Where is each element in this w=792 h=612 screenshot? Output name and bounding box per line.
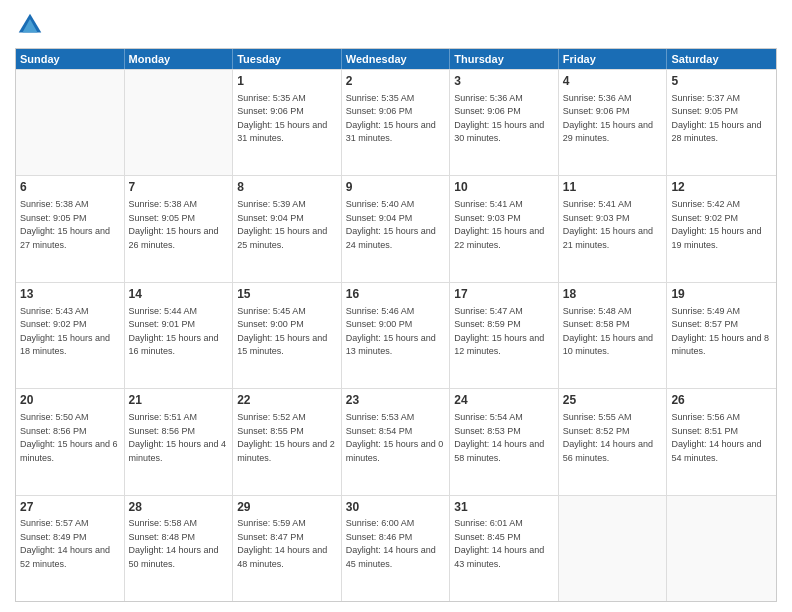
day-info: Sunrise: 5:41 AMSunset: 9:03 PMDaylight:… bbox=[454, 198, 554, 252]
day-info: Sunrise: 5:56 AMSunset: 8:51 PMDaylight:… bbox=[671, 411, 772, 465]
day-info: Sunrise: 5:35 AMSunset: 9:06 PMDaylight:… bbox=[346, 92, 446, 146]
day-number: 18 bbox=[563, 286, 663, 303]
cal-cell bbox=[16, 70, 125, 175]
cal-cell: 19Sunrise: 5:49 AMSunset: 8:57 PMDayligh… bbox=[667, 283, 776, 388]
calendar: SundayMondayTuesdayWednesdayThursdayFrid… bbox=[15, 48, 777, 602]
day-number: 16 bbox=[346, 286, 446, 303]
cal-cell: 1Sunrise: 5:35 AMSunset: 9:06 PMDaylight… bbox=[233, 70, 342, 175]
day-number: 17 bbox=[454, 286, 554, 303]
week-row-2: 6Sunrise: 5:38 AMSunset: 9:05 PMDaylight… bbox=[16, 175, 776, 281]
day-info: Sunrise: 5:57 AMSunset: 8:49 PMDaylight:… bbox=[20, 517, 120, 571]
cal-cell: 27Sunrise: 5:57 AMSunset: 8:49 PMDayligh… bbox=[16, 496, 125, 601]
day-number: 28 bbox=[129, 499, 229, 516]
day-number: 2 bbox=[346, 73, 446, 90]
day-info: Sunrise: 5:38 AMSunset: 9:05 PMDaylight:… bbox=[20, 198, 120, 252]
cal-cell: 28Sunrise: 5:58 AMSunset: 8:48 PMDayligh… bbox=[125, 496, 234, 601]
day-number: 23 bbox=[346, 392, 446, 409]
page: SundayMondayTuesdayWednesdayThursdayFrid… bbox=[0, 0, 792, 612]
day-number: 21 bbox=[129, 392, 229, 409]
day-info: Sunrise: 5:35 AMSunset: 9:06 PMDaylight:… bbox=[237, 92, 337, 146]
cal-cell: 3Sunrise: 5:36 AMSunset: 9:06 PMDaylight… bbox=[450, 70, 559, 175]
cal-cell: 24Sunrise: 5:54 AMSunset: 8:53 PMDayligh… bbox=[450, 389, 559, 494]
day-number: 8 bbox=[237, 179, 337, 196]
day-number: 10 bbox=[454, 179, 554, 196]
day-info: Sunrise: 5:58 AMSunset: 8:48 PMDaylight:… bbox=[129, 517, 229, 571]
cal-cell: 29Sunrise: 5:59 AMSunset: 8:47 PMDayligh… bbox=[233, 496, 342, 601]
day-number: 25 bbox=[563, 392, 663, 409]
cal-cell: 11Sunrise: 5:41 AMSunset: 9:03 PMDayligh… bbox=[559, 176, 668, 281]
day-number: 5 bbox=[671, 73, 772, 90]
header-day-saturday: Saturday bbox=[667, 49, 776, 69]
day-info: Sunrise: 5:40 AMSunset: 9:04 PMDaylight:… bbox=[346, 198, 446, 252]
day-info: Sunrise: 6:00 AMSunset: 8:46 PMDaylight:… bbox=[346, 517, 446, 571]
logo-icon bbox=[15, 10, 45, 40]
day-number: 30 bbox=[346, 499, 446, 516]
cal-cell: 25Sunrise: 5:55 AMSunset: 8:52 PMDayligh… bbox=[559, 389, 668, 494]
day-number: 13 bbox=[20, 286, 120, 303]
header bbox=[15, 10, 777, 40]
day-number: 24 bbox=[454, 392, 554, 409]
cal-cell bbox=[667, 496, 776, 601]
day-info: Sunrise: 5:53 AMSunset: 8:54 PMDaylight:… bbox=[346, 411, 446, 465]
cal-cell: 12Sunrise: 5:42 AMSunset: 9:02 PMDayligh… bbox=[667, 176, 776, 281]
day-info: Sunrise: 5:52 AMSunset: 8:55 PMDaylight:… bbox=[237, 411, 337, 465]
cal-cell: 7Sunrise: 5:38 AMSunset: 9:05 PMDaylight… bbox=[125, 176, 234, 281]
cal-cell: 14Sunrise: 5:44 AMSunset: 9:01 PMDayligh… bbox=[125, 283, 234, 388]
calendar-body: 1Sunrise: 5:35 AMSunset: 9:06 PMDaylight… bbox=[16, 69, 776, 601]
day-info: Sunrise: 5:44 AMSunset: 9:01 PMDaylight:… bbox=[129, 305, 229, 359]
day-info: Sunrise: 5:39 AMSunset: 9:04 PMDaylight:… bbox=[237, 198, 337, 252]
day-info: Sunrise: 5:38 AMSunset: 9:05 PMDaylight:… bbox=[129, 198, 229, 252]
calendar-header: SundayMondayTuesdayWednesdayThursdayFrid… bbox=[16, 49, 776, 69]
logo bbox=[15, 10, 49, 40]
day-number: 22 bbox=[237, 392, 337, 409]
day-info: Sunrise: 5:49 AMSunset: 8:57 PMDaylight:… bbox=[671, 305, 772, 359]
day-info: Sunrise: 5:42 AMSunset: 9:02 PMDaylight:… bbox=[671, 198, 772, 252]
cal-cell: 10Sunrise: 5:41 AMSunset: 9:03 PMDayligh… bbox=[450, 176, 559, 281]
day-info: Sunrise: 5:36 AMSunset: 9:06 PMDaylight:… bbox=[454, 92, 554, 146]
cal-cell: 18Sunrise: 5:48 AMSunset: 8:58 PMDayligh… bbox=[559, 283, 668, 388]
cal-cell bbox=[559, 496, 668, 601]
cal-cell: 6Sunrise: 5:38 AMSunset: 9:05 PMDaylight… bbox=[16, 176, 125, 281]
cal-cell: 15Sunrise: 5:45 AMSunset: 9:00 PMDayligh… bbox=[233, 283, 342, 388]
day-number: 7 bbox=[129, 179, 229, 196]
day-info: Sunrise: 5:45 AMSunset: 9:00 PMDaylight:… bbox=[237, 305, 337, 359]
day-info: Sunrise: 5:37 AMSunset: 9:05 PMDaylight:… bbox=[671, 92, 772, 146]
cal-cell: 22Sunrise: 5:52 AMSunset: 8:55 PMDayligh… bbox=[233, 389, 342, 494]
day-info: Sunrise: 5:47 AMSunset: 8:59 PMDaylight:… bbox=[454, 305, 554, 359]
day-number: 6 bbox=[20, 179, 120, 196]
header-day-thursday: Thursday bbox=[450, 49, 559, 69]
cal-cell bbox=[125, 70, 234, 175]
day-info: Sunrise: 5:46 AMSunset: 9:00 PMDaylight:… bbox=[346, 305, 446, 359]
day-number: 14 bbox=[129, 286, 229, 303]
header-day-tuesday: Tuesday bbox=[233, 49, 342, 69]
day-info: Sunrise: 5:54 AMSunset: 8:53 PMDaylight:… bbox=[454, 411, 554, 465]
cal-cell: 23Sunrise: 5:53 AMSunset: 8:54 PMDayligh… bbox=[342, 389, 451, 494]
day-number: 19 bbox=[671, 286, 772, 303]
day-info: Sunrise: 5:48 AMSunset: 8:58 PMDaylight:… bbox=[563, 305, 663, 359]
cal-cell: 13Sunrise: 5:43 AMSunset: 9:02 PMDayligh… bbox=[16, 283, 125, 388]
day-number: 29 bbox=[237, 499, 337, 516]
cal-cell: 5Sunrise: 5:37 AMSunset: 9:05 PMDaylight… bbox=[667, 70, 776, 175]
day-number: 26 bbox=[671, 392, 772, 409]
week-row-5: 27Sunrise: 5:57 AMSunset: 8:49 PMDayligh… bbox=[16, 495, 776, 601]
day-number: 12 bbox=[671, 179, 772, 196]
cal-cell: 30Sunrise: 6:00 AMSunset: 8:46 PMDayligh… bbox=[342, 496, 451, 601]
day-info: Sunrise: 5:51 AMSunset: 8:56 PMDaylight:… bbox=[129, 411, 229, 465]
week-row-3: 13Sunrise: 5:43 AMSunset: 9:02 PMDayligh… bbox=[16, 282, 776, 388]
week-row-4: 20Sunrise: 5:50 AMSunset: 8:56 PMDayligh… bbox=[16, 388, 776, 494]
header-day-monday: Monday bbox=[125, 49, 234, 69]
cal-cell: 17Sunrise: 5:47 AMSunset: 8:59 PMDayligh… bbox=[450, 283, 559, 388]
day-number: 11 bbox=[563, 179, 663, 196]
header-day-friday: Friday bbox=[559, 49, 668, 69]
day-info: Sunrise: 5:36 AMSunset: 9:06 PMDaylight:… bbox=[563, 92, 663, 146]
day-info: Sunrise: 5:55 AMSunset: 8:52 PMDaylight:… bbox=[563, 411, 663, 465]
cal-cell: 21Sunrise: 5:51 AMSunset: 8:56 PMDayligh… bbox=[125, 389, 234, 494]
day-number: 4 bbox=[563, 73, 663, 90]
day-info: Sunrise: 5:41 AMSunset: 9:03 PMDaylight:… bbox=[563, 198, 663, 252]
day-number: 1 bbox=[237, 73, 337, 90]
cal-cell: 26Sunrise: 5:56 AMSunset: 8:51 PMDayligh… bbox=[667, 389, 776, 494]
cal-cell: 9Sunrise: 5:40 AMSunset: 9:04 PMDaylight… bbox=[342, 176, 451, 281]
week-row-1: 1Sunrise: 5:35 AMSunset: 9:06 PMDaylight… bbox=[16, 69, 776, 175]
day-number: 20 bbox=[20, 392, 120, 409]
cal-cell: 4Sunrise: 5:36 AMSunset: 9:06 PMDaylight… bbox=[559, 70, 668, 175]
